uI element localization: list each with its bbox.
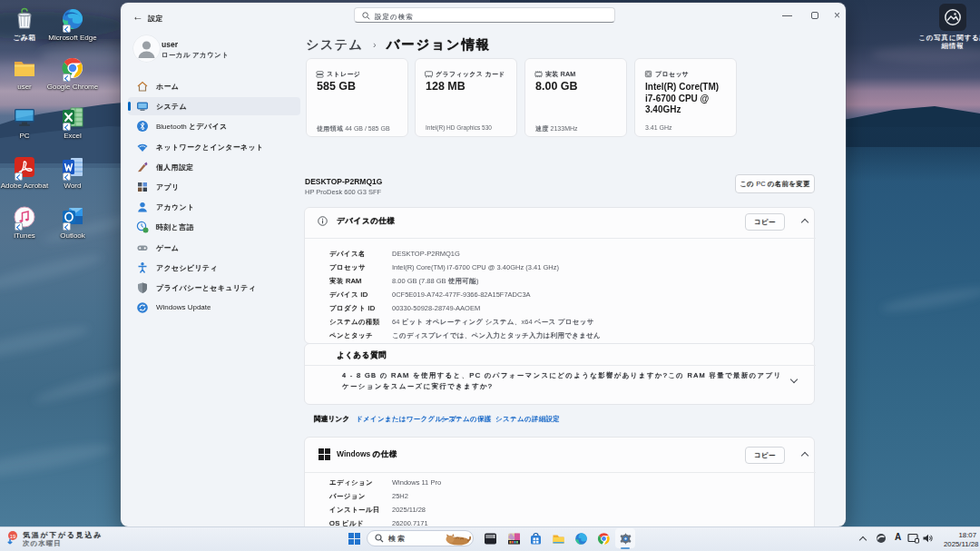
svg-text:19: 19	[10, 534, 16, 539]
